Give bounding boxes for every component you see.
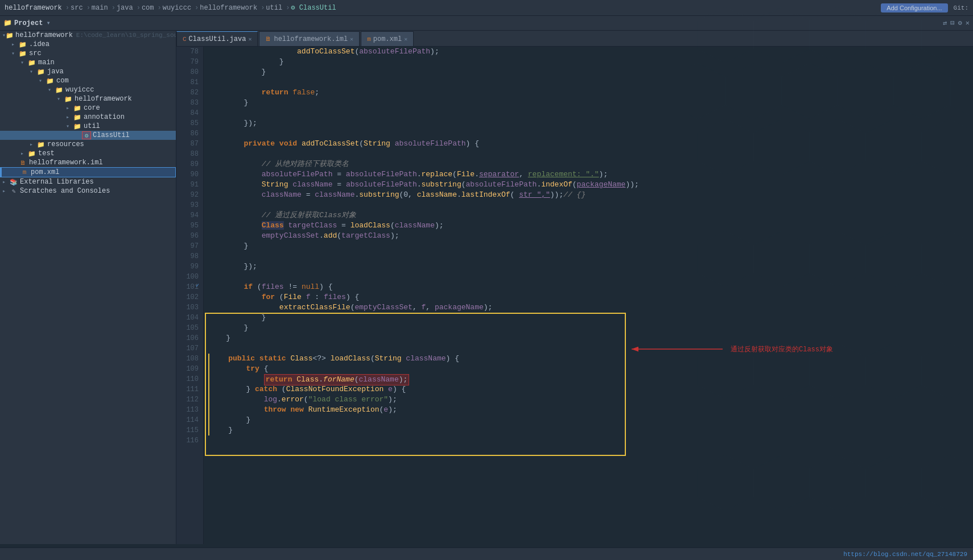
code-line-81	[208, 77, 973, 88]
sidebar-item-src[interactable]: ▾ 📁 src	[0, 49, 176, 58]
code-line-88	[208, 149, 973, 159]
line-82: 82	[181, 88, 199, 98]
sidebar-item-idea[interactable]: ▸ 📁 .idea	[0, 40, 176, 49]
code-line-108: public static Class<?> loadClass(String …	[208, 354, 973, 364]
close-icon[interactable]: ✕	[966, 19, 970, 27]
tab-helloframework-iml[interactable]: 🗎 helloframework.iml ✕	[259, 31, 360, 46]
breadcrumb-java[interactable]: java	[117, 4, 133, 12]
pom-icon: m	[20, 168, 29, 176]
line-115: 115	[181, 425, 199, 435]
line-103: 103	[181, 302, 199, 313]
tab-pom-label: pom.xml	[373, 35, 402, 43]
dropdown-arrow-icon[interactable]: ▾	[46, 19, 50, 27]
file-tree-sidebar: ▾ 📁 helloframework E:\code_learn\10_spri…	[0, 31, 176, 544]
code-editor[interactable]: 78 79 80 81 82 83 84 85 86 87 88 89 90 9…	[176, 47, 973, 544]
sidebar-item-external-libraries[interactable]: ▸ 📚 External Libraries	[0, 177, 176, 186]
sidebar-item-util[interactable]: ▾ 📁 util	[0, 122, 176, 131]
annotation-folder-icon: 📁	[73, 113, 82, 121]
breadcrumb-main[interactable]: main	[92, 4, 108, 12]
line-95: 95	[181, 221, 199, 231]
arrow-hf: ▾	[57, 96, 64, 102]
code-line-109: try {	[208, 364, 973, 374]
line-111: 111	[181, 384, 199, 395]
status-bar: https://blog.csdn.net/qq_27148729	[0, 547, 973, 560]
breadcrumb-com[interactable]: com	[142, 4, 154, 12]
arrow-src: ▾	[11, 50, 18, 57]
java-tab-icon: C	[183, 36, 187, 43]
breadcrumb-util[interactable]: util	[266, 4, 282, 12]
status-url[interactable]: https://blog.csdn.net/qq_27148729	[843, 551, 967, 558]
sidebar-item-wuyiccc[interactable]: ▾ 📁 wuyiccc	[0, 85, 176, 94]
util-folder-icon: 📁	[73, 122, 82, 130]
code-line-93	[208, 200, 973, 210]
pom-label: pom.xml	[31, 168, 59, 176]
code-line-95: Class targetClass = loadClass(className)…	[208, 221, 973, 231]
breadcrumb-wuyiccc[interactable]: wuyiccc	[163, 4, 191, 12]
iml-tab-icon: 🗎	[265, 35, 271, 43]
code-lines: addToClassSet(absoluteFilePath); } } ret…	[204, 47, 973, 544]
code-line-103: extractClassFile(emptyClassSet, f, packa…	[208, 302, 973, 313]
tab-classutil-java[interactable]: C ClassUtil.java ✕	[176, 31, 258, 46]
tab-iml-close[interactable]: ✕	[350, 36, 353, 43]
line-93: 93	[181, 200, 199, 210]
code-container: 78 79 80 81 82 83 84 85 86 87 88 89 90 9…	[176, 47, 973, 544]
main-layout: ▾ 📁 helloframework E:\code_learn\10_spri…	[0, 31, 973, 544]
sidebar-item-pom[interactable]: m pom.xml	[0, 167, 176, 177]
line-109: 109	[181, 364, 199, 374]
code-line-115: }	[208, 425, 973, 435]
src-label: src	[29, 49, 42, 57]
sync-icon[interactable]: ⇄	[943, 19, 947, 27]
idea-label: .idea	[29, 40, 50, 48]
split-icon[interactable]: ⊟	[950, 19, 954, 27]
code-line-107	[208, 343, 973, 354]
code-line-94: // 通过反射获取Class对象	[208, 210, 973, 221]
test-folder-icon: 📁	[27, 150, 36, 157]
code-line-112: log.error("load class error");	[208, 395, 973, 405]
sidebar-item-classutil[interactable]: ⚙ ClassUtil	[0, 131, 176, 140]
line-97: 97	[181, 241, 199, 251]
sidebar-item-scratches[interactable]: ▸ ✎ Scratches and Consoles	[0, 186, 176, 196]
arrow-util: ▾	[66, 123, 73, 130]
code-line-83: }	[208, 98, 973, 108]
sidebar-item-test[interactable]: ▸ 📁 test	[0, 149, 176, 158]
java-folder-icon: 📁	[36, 68, 46, 76]
arrow-resources: ▸	[30, 141, 36, 148]
line-101: 101	[181, 282, 199, 292]
java-label: java	[47, 68, 64, 76]
line-99: 99	[181, 262, 199, 272]
breadcrumb-helloframework2[interactable]: helloframework	[200, 4, 257, 12]
sidebar-item-com[interactable]: ▾ 📁 com	[0, 76, 176, 85]
line-84: 84	[181, 108, 199, 118]
tab-pom-close[interactable]: ✕	[404, 36, 407, 43]
annotation-label: annotation	[84, 113, 125, 121]
sidebar-item-helloframework[interactable]: ▾ 📁 helloframework	[0, 94, 176, 103]
line-83: 83	[181, 98, 199, 108]
line-86: 86	[181, 128, 199, 139]
line-92: 92	[181, 190, 199, 200]
add-configuration-button[interactable]: Add Configuration...	[881, 3, 947, 13]
iml-icon: 🗎	[18, 159, 27, 167]
sidebar-item-main[interactable]: ▾ 📁 main	[0, 58, 176, 67]
line-78: 78	[181, 47, 199, 57]
line-100: 100	[181, 272, 199, 282]
toolbar-actions: ⇄ ⊟ ⚙ ✕	[943, 19, 970, 27]
code-line-85: });	[208, 118, 973, 128]
sidebar-item-java[interactable]: ▾ 📁 java	[0, 67, 176, 76]
gear-icon[interactable]: ⚙	[958, 19, 962, 27]
sidebar-item-core[interactable]: ▸ 📁 core	[0, 103, 176, 113]
classutil-icon: ⚙	[82, 131, 91, 139]
sidebar-item-iml[interactable]: 🗎 helloframework.iml	[0, 158, 176, 167]
tab-classutil-close[interactable]: ✕	[248, 36, 252, 43]
tree-root-item[interactable]: ▾ 📁 helloframework E:\code_learn\10_spri…	[0, 31, 176, 40]
tab-pom-xml[interactable]: m pom.xml ✕	[361, 31, 414, 46]
com-folder-icon: 📁	[46, 77, 55, 85]
arrow-com: ▾	[39, 77, 46, 84]
sidebar-item-resources[interactable]: ▸ 📁 resources	[0, 140, 176, 149]
breadcrumb-helloframework[interactable]: helloframework	[5, 4, 62, 12]
code-line-101: if (files != null) {	[208, 282, 973, 292]
tab-classutil-label: ClassUtil.java	[189, 35, 246, 43]
breadcrumb-classutil: ⚙ ClassUtil	[291, 3, 336, 12]
sidebar-item-annotation[interactable]: ▸ 📁 annotation	[0, 113, 176, 122]
line-114: 114	[181, 415, 199, 425]
breadcrumb-src[interactable]: src	[71, 4, 83, 12]
